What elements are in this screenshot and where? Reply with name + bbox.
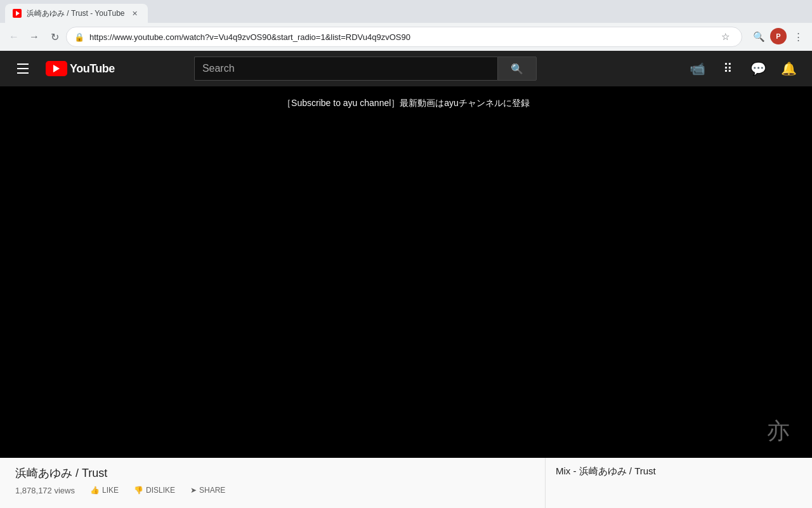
video-player[interactable]: ［Subscribe to ayu channel］最新動画はayuチャンネルに… [0, 86, 812, 458]
messages-button[interactable]: 💬 [746, 56, 771, 81]
zoom-button[interactable]: 🔍 [750, 28, 768, 46]
video-watermark: 亦 [764, 415, 802, 448]
youtube-logo[interactable]: YouTube [46, 61, 115, 76]
video-overlay-text: ［Subscribe to ayu channel］最新動画はayuチャンネルに… [282, 98, 530, 109]
profile-avatar[interactable]: P [770, 28, 787, 44]
back-button[interactable]: ← [5, 28, 23, 46]
bookmark-icon[interactable]: ☆ [716, 28, 734, 46]
forward-button[interactable]: → [25, 28, 43, 46]
avatar-initial: P [776, 32, 780, 40]
create-icon: 📹 [690, 61, 705, 76]
thumbs-up-icon: 👍 [90, 486, 100, 495]
dislike-label: DISLIKE [146, 486, 175, 495]
search-icon: 🔍 [511, 63, 523, 75]
youtube-header: YouTube 🔍 📹 ⠿ 💬 🔔 [0, 51, 812, 86]
like-button[interactable]: 👍 LIKE [85, 483, 124, 497]
search-input[interactable] [194, 57, 497, 81]
tab-favicon [13, 9, 22, 18]
menu-button[interactable]: ⋮ [789, 28, 807, 46]
hamburger-icon [17, 64, 29, 74]
video-actions: 👍 LIKE 👎 DISLIKE ➤ SHARE [85, 483, 230, 497]
share-label: SHARE [199, 486, 225, 495]
tab-title: 浜崎あゆみ / Trust - YouTube [27, 8, 125, 19]
share-button[interactable]: ➤ SHARE [185, 483, 230, 497]
forward-icon: → [29, 31, 39, 43]
view-count: 1,878,172 views [15, 486, 75, 495]
active-tab[interactable]: 浜崎あゆみ / Trust - YouTube ✕ [5, 4, 148, 23]
thumbs-down-icon: 👎 [134, 486, 143, 495]
apps-icon: ⠿ [723, 61, 733, 76]
notifications-button[interactable]: 🔔 [776, 56, 802, 81]
messages-icon: 💬 [750, 61, 766, 76]
browser-chrome: 浜崎あゆみ / Trust - YouTube ✕ ← → ↻ 🔒 https:… [0, 0, 812, 51]
apps-button[interactable]: ⠿ [716, 56, 741, 81]
video-info: 浜崎あゆみ / Trust 1,878,172 views 👍 LIKE 👎 D… [0, 458, 546, 508]
toolbar-right: 🔍 P ⋮ [750, 28, 807, 46]
svg-text:亦: 亦 [767, 418, 790, 443]
reload-button[interactable]: ↻ [46, 28, 63, 46]
back-icon: ← [9, 31, 19, 43]
address-bar-actions: ☆ [716, 28, 734, 46]
video-title: 浜崎あゆみ / Trust [15, 465, 530, 481]
create-video-button[interactable]: 📹 [685, 56, 710, 81]
lock-icon: 🔒 [74, 32, 84, 42]
reload-icon: ↻ [51, 31, 59, 43]
search-container: 🔍 [194, 57, 537, 81]
play-triangle-icon [53, 65, 60, 72]
search-button[interactable]: 🔍 [497, 57, 537, 81]
youtube-logo-icon [46, 61, 67, 76]
below-video: 浜崎あゆみ / Trust 1,878,172 views 👍 LIKE 👎 D… [0, 458, 812, 508]
dislike-button[interactable]: 👎 DISLIKE [129, 483, 180, 497]
notifications-icon: 🔔 [781, 61, 797, 76]
tab-close-button[interactable]: ✕ [130, 8, 140, 18]
share-icon: ➤ [190, 486, 197, 495]
address-bar[interactable]: 🔒 https://www.youtube.com/watch?v=Vu4q9z… [66, 27, 742, 47]
sidebar-panel: Mix - 浜崎あゆみ / Trust [546, 458, 812, 508]
url-text: https://www.youtube.com/watch?v=Vu4q9zvO… [89, 32, 711, 42]
browser-toolbar: ← → ↻ 🔒 https://www.youtube.com/watch?v=… [0, 23, 812, 51]
tab-bar: 浜崎あゆみ / Trust - YouTube ✕ [0, 0, 812, 23]
video-stats: 1,878,172 views 👍 LIKE 👎 DISLIKE ➤ SHARE [15, 483, 530, 497]
youtube-logo-text: YouTube [70, 62, 115, 76]
header-actions: 📹 ⠿ 💬 🔔 [685, 56, 802, 81]
like-label: LIKE [102, 486, 119, 495]
hamburger-menu-button[interactable] [10, 56, 36, 81]
sidebar-title: Mix - 浜崎あゆみ / Trust [556, 465, 802, 478]
